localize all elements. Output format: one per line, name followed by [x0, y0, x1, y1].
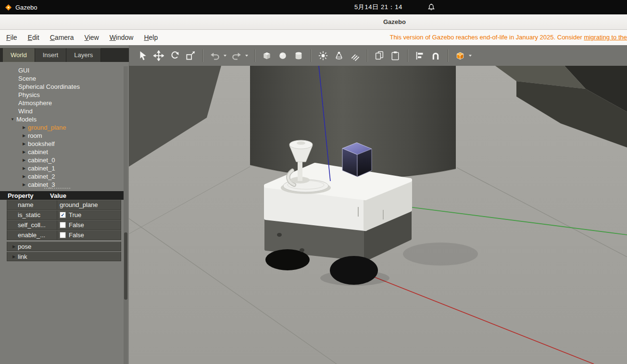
self-collide-checkbox[interactable]: [60, 222, 66, 228]
box-icon: [262, 50, 272, 61]
undo-button[interactable]: [209, 50, 221, 61]
spot-light-button[interactable]: [333, 50, 345, 61]
translate-tool-button[interactable]: [153, 50, 164, 61]
scene-canvas[interactable]: [129, 66, 627, 364]
enable-wind-checkbox[interactable]: [60, 232, 66, 238]
window-title: Gazebo: [383, 14, 406, 29]
property-group-link[interactable]: link: [7, 252, 121, 261]
menu-edit[interactable]: Edit: [23, 30, 45, 45]
menu-file[interactable]: File: [1, 30, 23, 45]
app-menu-label: Gazebo: [15, 4, 38, 11]
gazebo-screen: Gazebo 5月14日 21：14 Gazebo File Edit Came…: [0, 0, 627, 364]
clock[interactable]: 5月14日 21：14: [354, 0, 402, 14]
tree-item-atmosphere[interactable]: Atmosphere: [0, 99, 121, 107]
insert-box-button[interactable]: [261, 50, 273, 61]
collapse-expander-icon[interactable]: [10, 115, 15, 123]
redo-button[interactable]: [231, 50, 242, 61]
panel-tab-bar: World Insert Layers: [0, 48, 129, 62]
tab-layers[interactable]: Layers: [66, 48, 101, 62]
property-table-header: Property Value: [0, 191, 124, 200]
menu-camera[interactable]: Camera: [45, 30, 79, 45]
tree-item-spherical-coordinates[interactable]: Spherical Coordinates: [0, 83, 121, 91]
toolbar-separator: [448, 49, 448, 62]
directional-light-icon: [350, 50, 360, 61]
expander-icon[interactable]: [21, 132, 27, 140]
tree-item-cabinet-2[interactable]: cabinet_2: [0, 172, 121, 181]
property-is-static-label: is_static: [7, 210, 57, 219]
view-cube-icon: [455, 50, 465, 61]
toolbar-separator: [367, 49, 367, 62]
eol-migration-link[interactable]: migrating to the: [584, 34, 627, 41]
tab-world[interactable]: World: [3, 48, 35, 62]
property-name-value[interactable]: ground_plane: [57, 200, 121, 209]
menu-view[interactable]: View: [79, 30, 104, 45]
app-menu[interactable]: Gazebo: [5, 0, 38, 14]
property-row-name: name ground_plane: [7, 200, 121, 210]
property-enable-wind-label: enable_...: [7, 231, 57, 240]
tree-item-gui[interactable]: GUI: [0, 66, 121, 74]
undo-history-dropdown[interactable]: [224, 55, 226, 57]
menu-help[interactable]: Help: [138, 30, 163, 45]
notification-bell-icon[interactable]: [427, 3, 436, 12]
property-column-header: Property: [8, 192, 50, 199]
expander-icon[interactable]: [21, 164, 27, 172]
point-light-icon: [318, 50, 328, 61]
tree-item-scene[interactable]: Scene: [0, 74, 121, 83]
insert-cylinder-button[interactable]: [293, 50, 304, 61]
property-is-static-value: ✓ True: [57, 210, 121, 219]
tree-item-cabinet-0[interactable]: cabinet_0: [0, 156, 121, 164]
tree-item-cabinet[interactable]: cabinet: [0, 148, 121, 156]
panel-scrollbar[interactable]: [124, 66, 128, 364]
snap-tool-button[interactable]: [430, 50, 441, 61]
tree-item-bookshelf[interactable]: bookshelf: [0, 140, 121, 148]
property-row-enable-wind: enable_... False: [7, 230, 121, 240]
insert-sphere-button[interactable]: [277, 50, 288, 61]
directional-light-button[interactable]: [349, 50, 361, 61]
property-group-pose[interactable]: pose: [7, 242, 121, 251]
tree-item-ground-plane[interactable]: ground_plane: [0, 123, 121, 132]
rotate-tool-button[interactable]: [169, 50, 180, 61]
property-row-is-static: is_static ✓ True: [7, 210, 121, 220]
expander-icon[interactable]: [21, 156, 27, 164]
expander-icon[interactable]: [21, 172, 27, 181]
expander-icon[interactable]: [21, 123, 27, 132]
render-viewport[interactable]: [129, 66, 627, 364]
tree-item-physics[interactable]: Physics: [0, 91, 121, 99]
copy-button[interactable]: [374, 50, 385, 61]
paste-button[interactable]: [389, 50, 401, 61]
tree-item-cabinet-1[interactable]: cabinet_1: [0, 164, 121, 172]
tab-insert[interactable]: Insert: [35, 48, 67, 62]
scale-tool-button[interactable]: [185, 50, 196, 61]
expander-icon[interactable]: [21, 148, 27, 156]
select-tool-button[interactable]: [137, 50, 149, 61]
property-enable-wind-value: False: [57, 231, 121, 240]
tree-item-room[interactable]: room: [0, 132, 121, 140]
expander-icon[interactable]: [21, 181, 27, 189]
is-static-checkbox[interactable]: ✓: [60, 212, 66, 218]
point-light-button[interactable]: [317, 50, 329, 61]
expander-icon[interactable]: [11, 244, 17, 249]
model-cube[interactable]: [342, 143, 372, 177]
panel-scrollbar-thumb[interactable]: [124, 232, 127, 300]
toolbar-separator: [311, 49, 311, 62]
view-angle-button[interactable]: [454, 50, 466, 61]
tree-item-models[interactable]: Models: [0, 115, 121, 123]
view-angle-dropdown[interactable]: [469, 55, 472, 57]
undo-icon: [210, 50, 220, 61]
translate-icon: [153, 50, 164, 61]
left-panel: World Insert Layers GUI Scene Spherical …: [0, 45, 129, 364]
expander-icon[interactable]: [11, 255, 17, 259]
gazebo-logo-icon: [5, 4, 12, 11]
spot-light-icon: [334, 50, 344, 61]
select-arrow-icon: [138, 50, 148, 61]
window-title-bar[interactable]: Gazebo: [0, 14, 627, 30]
snap-magnet-icon: [430, 50, 441, 61]
expander-icon[interactable]: [21, 140, 27, 148]
redo-history-dropdown[interactable]: [245, 55, 248, 57]
align-tool-button[interactable]: [414, 50, 426, 61]
ubuntu-top-bar: Gazebo 5月14日 21：14: [0, 0, 627, 14]
value-column-header: Value: [50, 192, 66, 199]
tree-item-wind[interactable]: Wind: [0, 107, 121, 115]
menu-window[interactable]: Window: [104, 30, 139, 45]
tree-overflow-indicator: [44, 188, 70, 189]
